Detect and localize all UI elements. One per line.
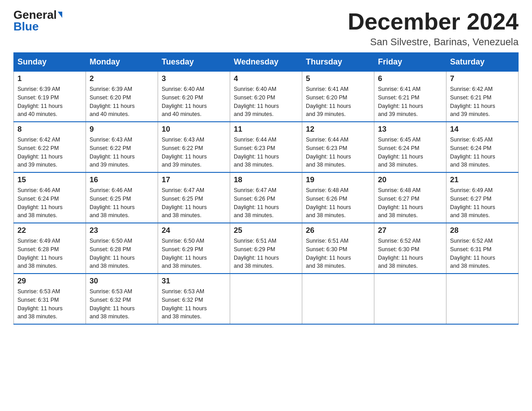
calendar-cell: 8Sunrise: 6:42 AMSunset: 6:22 PMDaylight…: [14, 122, 86, 172]
day-info: Sunrise: 6:53 AMSunset: 6:31 PMDaylight:…: [17, 287, 82, 321]
calendar-cell: 23Sunrise: 6:50 AMSunset: 6:28 PMDayligh…: [86, 223, 158, 274]
title-block: December 2024 San Silvestre, Barinas, Ve…: [348, 9, 519, 48]
month-title: December 2024: [348, 9, 519, 34]
day-number: 7: [450, 74, 515, 83]
calendar-cell: 3Sunrise: 6:40 AMSunset: 6:20 PMDaylight…: [158, 72, 230, 122]
calendar-cell: 2Sunrise: 6:39 AMSunset: 6:20 PMDaylight…: [86, 72, 158, 122]
calendar-cell: 4Sunrise: 6:40 AMSunset: 6:20 PMDaylight…: [230, 72, 302, 122]
day-info: Sunrise: 6:50 AMSunset: 6:28 PMDaylight:…: [90, 237, 154, 270]
calendar-cell: 25Sunrise: 6:51 AMSunset: 6:29 PMDayligh…: [230, 223, 302, 274]
calendar-cell: 12Sunrise: 6:44 AMSunset: 6:23 PMDayligh…: [302, 122, 374, 172]
day-number: 20: [378, 176, 442, 184]
header-thursday: Thursday: [302, 53, 374, 72]
day-info: Sunrise: 6:46 AMSunset: 6:25 PMDaylight:…: [90, 186, 154, 220]
day-number: 2: [90, 74, 154, 83]
calendar-cell: 15Sunrise: 6:46 AMSunset: 6:24 PMDayligh…: [14, 172, 86, 223]
logo: General Blue: [13, 9, 62, 32]
day-info: Sunrise: 6:43 AMSunset: 6:22 PMDaylight:…: [90, 136, 154, 169]
logo-general-text: General: [13, 9, 57, 21]
calendar-cell: 28Sunrise: 6:52 AMSunset: 6:31 PMDayligh…: [446, 223, 519, 274]
calendar-cell: 10Sunrise: 6:43 AMSunset: 6:22 PMDayligh…: [158, 122, 230, 172]
day-info: Sunrise: 6:41 AMSunset: 6:20 PMDaylight:…: [306, 85, 370, 119]
calendar-cell: [374, 274, 446, 324]
calendar-cell: 7Sunrise: 6:42 AMSunset: 6:21 PMDaylight…: [446, 72, 519, 122]
day-number: 28: [450, 226, 515, 235]
day-info: Sunrise: 6:51 AMSunset: 6:29 PMDaylight:…: [234, 237, 298, 270]
calendar-cell: 31Sunrise: 6:53 AMSunset: 6:32 PMDayligh…: [158, 274, 230, 324]
day-number: 3: [162, 74, 226, 83]
calendar-cell: 6Sunrise: 6:41 AMSunset: 6:21 PMDaylight…: [374, 72, 446, 122]
header-saturday: Saturday: [446, 53, 519, 72]
week-row-1: 1Sunrise: 6:39 AMSunset: 6:19 PMDaylight…: [14, 72, 519, 122]
day-number: 25: [234, 226, 298, 235]
day-number: 10: [162, 125, 226, 134]
day-info: Sunrise: 6:45 AMSunset: 6:24 PMDaylight:…: [378, 136, 442, 169]
header-sunday: Sunday: [14, 53, 86, 72]
calendar-cell: 1Sunrise: 6:39 AMSunset: 6:19 PMDaylight…: [14, 72, 86, 122]
calendar-cell: 22Sunrise: 6:49 AMSunset: 6:28 PMDayligh…: [14, 223, 86, 274]
calendar-cell: 13Sunrise: 6:45 AMSunset: 6:24 PMDayligh…: [374, 122, 446, 172]
page-header: General Blue December 2024 San Silvestre…: [13, 9, 519, 48]
day-number: 21: [450, 176, 515, 184]
day-number: 4: [234, 74, 298, 83]
day-number: 6: [378, 74, 442, 83]
day-info: Sunrise: 6:39 AMSunset: 6:20 PMDaylight:…: [90, 85, 154, 119]
calendar-cell: 24Sunrise: 6:50 AMSunset: 6:29 PMDayligh…: [158, 223, 230, 274]
day-number: 17: [162, 176, 226, 184]
location-subtitle: San Silvestre, Barinas, Venezuela: [348, 36, 519, 48]
calendar-cell: 14Sunrise: 6:45 AMSunset: 6:24 PMDayligh…: [446, 122, 519, 172]
header-tuesday: Tuesday: [158, 53, 230, 72]
week-row-2: 8Sunrise: 6:42 AMSunset: 6:22 PMDaylight…: [14, 122, 519, 172]
day-number: 18: [234, 176, 298, 184]
day-number: 29: [17, 277, 82, 286]
day-number: 9: [90, 125, 154, 134]
day-number: 23: [90, 226, 154, 235]
calendar-cell: 11Sunrise: 6:44 AMSunset: 6:23 PMDayligh…: [230, 122, 302, 172]
day-info: Sunrise: 6:40 AMSunset: 6:20 PMDaylight:…: [162, 85, 226, 119]
calendar-cell: [446, 274, 519, 324]
day-info: Sunrise: 6:50 AMSunset: 6:29 PMDaylight:…: [162, 237, 226, 270]
day-number: 24: [162, 226, 226, 235]
calendar-cell: 20Sunrise: 6:48 AMSunset: 6:27 PMDayligh…: [374, 172, 446, 223]
calendar-cell: 27Sunrise: 6:52 AMSunset: 6:30 PMDayligh…: [374, 223, 446, 274]
day-number: 19: [306, 176, 370, 184]
day-number: 31: [162, 277, 226, 286]
day-number: 11: [234, 125, 298, 134]
day-info: Sunrise: 6:48 AMSunset: 6:27 PMDaylight:…: [378, 186, 442, 220]
day-info: Sunrise: 6:53 AMSunset: 6:32 PMDaylight:…: [162, 287, 226, 321]
calendar-cell: 30Sunrise: 6:53 AMSunset: 6:32 PMDayligh…: [86, 274, 158, 324]
calendar-cell: [230, 274, 302, 324]
day-info: Sunrise: 6:51 AMSunset: 6:30 PMDaylight:…: [306, 237, 370, 270]
calendar-cell: 19Sunrise: 6:48 AMSunset: 6:26 PMDayligh…: [302, 172, 374, 223]
week-row-3: 15Sunrise: 6:46 AMSunset: 6:24 PMDayligh…: [14, 172, 519, 223]
day-number: 27: [378, 226, 442, 235]
day-info: Sunrise: 6:52 AMSunset: 6:31 PMDaylight:…: [450, 237, 515, 270]
day-number: 8: [17, 125, 82, 134]
header-friday: Friday: [374, 53, 446, 72]
day-info: Sunrise: 6:42 AMSunset: 6:22 PMDaylight:…: [17, 136, 82, 169]
week-row-4: 22Sunrise: 6:49 AMSunset: 6:28 PMDayligh…: [14, 223, 519, 274]
day-info: Sunrise: 6:41 AMSunset: 6:21 PMDaylight:…: [378, 85, 442, 119]
day-number: 14: [450, 125, 515, 134]
day-number: 26: [306, 226, 370, 235]
calendar-cell: [302, 274, 374, 324]
day-info: Sunrise: 6:47 AMSunset: 6:25 PMDaylight:…: [162, 186, 226, 220]
header-monday: Monday: [86, 53, 158, 72]
header-wednesday: Wednesday: [230, 53, 302, 72]
day-info: Sunrise: 6:49 AMSunset: 6:28 PMDaylight:…: [17, 237, 82, 270]
day-info: Sunrise: 6:39 AMSunset: 6:19 PMDaylight:…: [17, 85, 82, 119]
day-info: Sunrise: 6:47 AMSunset: 6:26 PMDaylight:…: [234, 186, 298, 220]
day-number: 12: [306, 125, 370, 134]
day-info: Sunrise: 6:44 AMSunset: 6:23 PMDaylight:…: [234, 136, 298, 169]
day-number: 16: [90, 176, 154, 184]
day-info: Sunrise: 6:45 AMSunset: 6:24 PMDaylight:…: [450, 136, 515, 169]
day-number: 30: [90, 277, 154, 286]
day-info: Sunrise: 6:53 AMSunset: 6:32 PMDaylight:…: [90, 287, 154, 321]
calendar-cell: 17Sunrise: 6:47 AMSunset: 6:25 PMDayligh…: [158, 172, 230, 223]
day-number: 22: [17, 226, 82, 235]
calendar-table: SundayMondayTuesdayWednesdayThursdayFrid…: [13, 52, 519, 325]
calendar-cell: 16Sunrise: 6:46 AMSunset: 6:25 PMDayligh…: [86, 172, 158, 223]
calendar-cell: 9Sunrise: 6:43 AMSunset: 6:22 PMDaylight…: [86, 122, 158, 172]
calendar-cell: 26Sunrise: 6:51 AMSunset: 6:30 PMDayligh…: [302, 223, 374, 274]
day-info: Sunrise: 6:40 AMSunset: 6:20 PMDaylight:…: [234, 85, 298, 119]
